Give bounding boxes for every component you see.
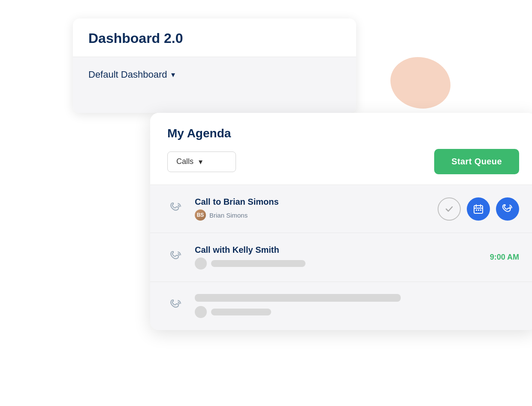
dropdown-label: Default Dashboard bbox=[88, 69, 167, 80]
item-subtitle: BS Brian Simons bbox=[195, 209, 429, 221]
item-content: Call to Brian Simons BS Brian Simons bbox=[195, 197, 429, 221]
agenda-title: My Agenda bbox=[167, 127, 519, 140]
chevron-down-icon: ▾ bbox=[171, 70, 175, 79]
item-title: Call with Kelly Smith bbox=[195, 245, 481, 255]
skeleton-title bbox=[195, 294, 401, 302]
phone-icon bbox=[167, 250, 186, 265]
item-content: Call with Kelly Smith bbox=[195, 245, 481, 270]
list-item: Call to Brian Simons BS Brian Simons bbox=[150, 185, 532, 233]
chevron-down-icon: ▾ bbox=[199, 157, 203, 167]
skeleton-subtitle bbox=[195, 258, 481, 270]
agenda-controls: Calls ▾ Start Queue bbox=[167, 149, 519, 174]
agenda-card: My Agenda Calls ▾ Start Queue bbox=[150, 113, 532, 330]
calls-dropdown[interactable]: Calls ▾ bbox=[167, 151, 236, 172]
skeleton-text bbox=[211, 309, 271, 315]
phone-icon bbox=[167, 201, 186, 217]
calls-dropdown-label: Calls bbox=[176, 157, 193, 166]
phone-call-icon bbox=[502, 203, 513, 215]
agenda-list: Call to Brian Simons BS Brian Simons bbox=[150, 185, 532, 330]
list-item bbox=[150, 282, 532, 330]
scene: Dashboard 2.0 Default Dashboard ▾ My Age… bbox=[73, 18, 459, 388]
item-actions bbox=[438, 197, 519, 221]
start-queue-button[interactable]: Start Queue bbox=[434, 149, 519, 174]
default-dashboard-dropdown[interactable]: Default Dashboard ▾ bbox=[88, 69, 175, 80]
call-button[interactable] bbox=[496, 197, 519, 221]
avatar: BS bbox=[195, 209, 206, 221]
phone-icon bbox=[167, 298, 186, 314]
contact-name: Brian Simons bbox=[209, 212, 248, 219]
skeleton-avatar bbox=[195, 258, 207, 270]
item-content bbox=[195, 294, 519, 318]
item-title: Call to Brian Simons bbox=[195, 197, 429, 207]
check-button[interactable] bbox=[438, 197, 461, 221]
skeleton-avatar bbox=[195, 306, 207, 318]
item-time: 9:00 AM bbox=[490, 253, 519, 262]
svg-rect-6 bbox=[480, 209, 481, 211]
calendar-button[interactable] bbox=[467, 197, 490, 221]
skeleton-text bbox=[211, 260, 305, 267]
agenda-card-header: My Agenda Calls ▾ Start Queue bbox=[150, 113, 532, 185]
background-card: Dashboard 2.0 Default Dashboard ▾ bbox=[73, 18, 356, 113]
list-item: Call with Kelly Smith 9:00 AM bbox=[150, 233, 532, 282]
svg-rect-4 bbox=[476, 209, 477, 211]
bg-card-body: Default Dashboard ▾ bbox=[73, 57, 356, 113]
time-label: 9:00 AM bbox=[490, 253, 519, 262]
decorative-blob bbox=[390, 57, 450, 109]
bg-card-header: Dashboard 2.0 bbox=[73, 18, 356, 57]
calendar-icon bbox=[473, 203, 484, 215]
page-title: Dashboard 2.0 bbox=[88, 30, 341, 46]
svg-rect-5 bbox=[478, 209, 479, 211]
skeleton-subtitle bbox=[195, 306, 519, 318]
check-icon bbox=[444, 204, 454, 214]
